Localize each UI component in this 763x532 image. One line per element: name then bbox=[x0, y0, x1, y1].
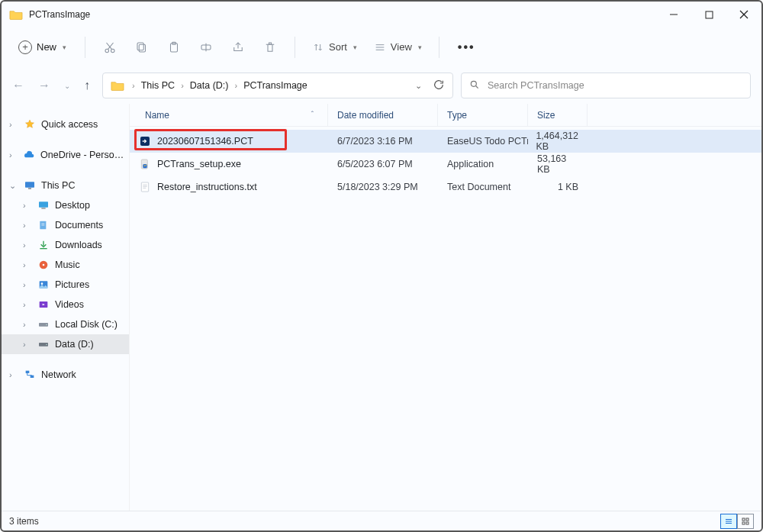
expand-icon[interactable]: › bbox=[23, 260, 32, 269]
toolbar: + New ▾ bbox=[2, 27, 761, 67]
thumbnails-view-button[interactable] bbox=[737, 514, 754, 529]
file-size: 1,464,312 KB bbox=[536, 131, 578, 152]
desktop-icon bbox=[37, 199, 50, 211]
breadcrumb-segment[interactable]: PCTransImage bbox=[243, 80, 307, 91]
rename-button[interactable] bbox=[192, 34, 220, 61]
edit-group bbox=[96, 34, 284, 61]
tree-item-quick-access[interactable]: › Quick access bbox=[2, 114, 129, 134]
refresh-button[interactable] bbox=[433, 79, 445, 93]
drive-icon bbox=[37, 338, 50, 350]
column-name[interactable]: Name ˆ bbox=[130, 104, 328, 126]
new-button[interactable]: + New ▾ bbox=[11, 36, 74, 59]
tree-item-videos[interactable]: › Videos bbox=[2, 295, 129, 314]
view-button[interactable]: View ▾ bbox=[368, 37, 428, 58]
search-input[interactable] bbox=[488, 80, 742, 91]
column-size[interactable]: Size bbox=[528, 104, 588, 126]
file-size: 53,163 KB bbox=[537, 153, 578, 175]
svg-rect-20 bbox=[28, 188, 31, 189]
tree-item-desktop[interactable]: › Desktop bbox=[2, 195, 129, 215]
paste-button[interactable] bbox=[160, 34, 188, 61]
forward-button[interactable]: → bbox=[38, 79, 50, 92]
tree-item-onedrive[interactable]: › OneDrive - Personal bbox=[2, 145, 129, 165]
expand-icon[interactable]: › bbox=[23, 300, 32, 309]
expand-icon[interactable]: › bbox=[23, 240, 32, 250]
breadcrumb-segment[interactable]: This PC bbox=[141, 80, 175, 91]
breadcrumb-segment[interactable]: Data (D:) bbox=[190, 80, 229, 91]
tree-label: Local Disk (C:) bbox=[55, 319, 118, 330]
history-dropdown[interactable]: ⌄ bbox=[64, 82, 70, 90]
file-icon bbox=[139, 135, 151, 147]
file-type: EaseUS Todo PCTr... bbox=[447, 136, 528, 147]
file-size: 1 KB bbox=[558, 182, 578, 192]
expand-icon[interactable]: › bbox=[9, 150, 18, 160]
cloud-icon bbox=[23, 149, 36, 161]
column-date[interactable]: Date modified bbox=[328, 104, 438, 126]
maximize-button[interactable] bbox=[691, 2, 726, 27]
up-button[interactable]: ↑ bbox=[84, 79, 90, 92]
title-bar: PCTransImage bbox=[2, 2, 761, 27]
column-type[interactable]: Type bbox=[438, 104, 528, 126]
videos-icon bbox=[37, 298, 50, 311]
tree-item-this-pc[interactable]: ⌄ This PC bbox=[2, 176, 129, 195]
file-row[interactable]: 20230607151346.PCT 6/7/2023 3:16 PM Ease… bbox=[130, 130, 761, 153]
expand-icon[interactable]: › bbox=[9, 370, 18, 379]
window-title: PCTransImage bbox=[29, 9, 90, 20]
expand-icon[interactable]: › bbox=[23, 320, 32, 329]
file-type: Text Document bbox=[447, 182, 510, 192]
document-icon bbox=[37, 219, 50, 231]
minimize-button[interactable] bbox=[656, 2, 691, 27]
expand-icon[interactable]: › bbox=[9, 120, 18, 129]
cut-button[interactable] bbox=[96, 34, 124, 61]
tree-label: Data (D:) bbox=[55, 339, 94, 350]
tree-item-local-disk[interactable]: › Local Disk (C:) bbox=[2, 314, 129, 334]
share-button[interactable] bbox=[224, 34, 252, 61]
copy-button[interactable] bbox=[128, 34, 156, 61]
tree-item-network[interactable]: › Network bbox=[2, 365, 129, 385]
sort-indicator-icon: ˆ bbox=[311, 111, 314, 119]
tree-label: Desktop bbox=[55, 200, 90, 211]
expand-icon[interactable]: › bbox=[23, 340, 32, 349]
svg-point-4 bbox=[105, 49, 109, 53]
tree-item-pictures[interactable]: › Pictures bbox=[2, 275, 129, 295]
breadcrumb[interactable]: › This PC › Data (D:) › PCTransImage ⌄ bbox=[102, 73, 453, 98]
file-date: 6/7/2023 3:16 PM bbox=[337, 136, 413, 147]
column-headers: Name ˆ Date modified Type Size bbox=[130, 104, 761, 127]
search-icon bbox=[469, 79, 480, 92]
svg-rect-36 bbox=[26, 371, 30, 373]
file-row[interactable]: Restore_instructions.txt 5/18/2023 3:29 … bbox=[130, 176, 761, 198]
more-button[interactable]: ••• bbox=[450, 36, 483, 59]
search-box[interactable] bbox=[461, 73, 751, 98]
tree-label: OneDrive - Personal bbox=[40, 150, 124, 160]
file-type: Application bbox=[447, 159, 494, 169]
sort-button[interactable]: Sort ▾ bbox=[306, 37, 363, 58]
expand-icon[interactable]: › bbox=[23, 221, 32, 230]
folder-icon bbox=[9, 9, 23, 20]
tree-item-downloads[interactable]: › Downloads bbox=[2, 235, 129, 255]
file-date: 6/5/2023 6:07 PM bbox=[337, 159, 413, 169]
column-label: Date modified bbox=[337, 110, 394, 121]
status-count: 3 items bbox=[9, 516, 39, 527]
svg-point-5 bbox=[111, 49, 115, 53]
svg-rect-49 bbox=[746, 518, 749, 521]
chevron-down-icon: ▾ bbox=[63, 44, 66, 51]
breadcrumb-dropdown[interactable]: ⌄ bbox=[415, 81, 422, 91]
details-view-button[interactable] bbox=[720, 514, 737, 529]
tree-label: Music bbox=[55, 260, 80, 270]
svg-rect-21 bbox=[39, 202, 48, 207]
new-label: New bbox=[37, 41, 56, 53]
svg-rect-51 bbox=[746, 522, 749, 524]
delete-button[interactable] bbox=[256, 34, 284, 61]
back-button[interactable]: ← bbox=[12, 79, 24, 92]
file-icon bbox=[139, 158, 151, 170]
close-button[interactable] bbox=[726, 2, 761, 27]
navigation-tree: › Quick access › OneDrive - Personal ⌄ T… bbox=[2, 104, 130, 511]
plus-circle-icon: + bbox=[18, 40, 32, 54]
file-list: Name ˆ Date modified Type Size 202306071… bbox=[130, 104, 761, 511]
file-row[interactable]: PCTrans_setup.exe 6/5/2023 6:07 PM Appli… bbox=[130, 153, 761, 176]
tree-item-documents[interactable]: › Documents bbox=[2, 215, 129, 235]
expand-icon[interactable]: › bbox=[23, 201, 32, 210]
tree-item-music[interactable]: › Music bbox=[2, 255, 129, 275]
collapse-icon[interactable]: ⌄ bbox=[9, 181, 18, 191]
tree-item-data-d[interactable]: › Data (D:) bbox=[2, 334, 129, 354]
expand-icon[interactable]: › bbox=[23, 280, 32, 289]
